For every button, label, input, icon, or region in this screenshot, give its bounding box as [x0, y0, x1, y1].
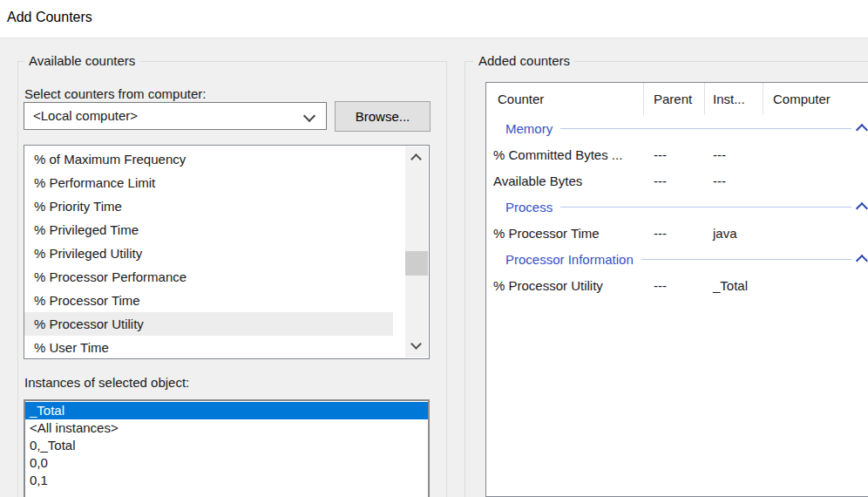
- table-row[interactable]: % Committed Bytes ... --- ---: [486, 141, 868, 167]
- counters-listbox[interactable]: % of Maximum Frequency % Performance Lim…: [24, 145, 430, 359]
- cell-parent: ---: [644, 278, 705, 293]
- instance-list-item[interactable]: 0,_Total: [25, 437, 428, 454]
- counter-list-item[interactable]: % User Time: [24, 336, 393, 359]
- cell-instance: java: [705, 226, 763, 241]
- scroll-down-icon: [410, 338, 422, 350]
- counter-list-item[interactable]: % Priority Time: [24, 194, 393, 218]
- counter-list-item[interactable]: % Privileged Time: [24, 218, 393, 242]
- counters-listbox-items: % of Maximum Frequency % Performance Lim…: [24, 147, 404, 359]
- cell-parent: ---: [644, 226, 705, 241]
- cell-instance: ---: [705, 147, 763, 162]
- computer-combobox-value: <Local computer>: [33, 108, 138, 123]
- cell-parent: ---: [644, 174, 705, 188]
- counter-list-item[interactable]: % of Maximum Frequency: [24, 147, 393, 171]
- group-rule-line: [560, 128, 851, 129]
- computer-combobox[interactable]: <Local computer>: [24, 102, 327, 130]
- instance-list-item[interactable]: <All instances>: [25, 419, 428, 437]
- cell-instance: _Total: [705, 278, 763, 293]
- add-counters-dialog: Add Counters Available counters Select c…: [0, 0, 868, 497]
- group-rule-line: [560, 207, 851, 208]
- group-rule-line: [641, 259, 851, 260]
- counter-list-item[interactable]: % Performance Limit: [24, 171, 393, 194]
- select-computer-label: Select counters from computer:: [24, 86, 206, 101]
- counter-list-item-highlighted[interactable]: % Processor Utility: [24, 312, 393, 336]
- counter-list-item[interactable]: % Processor Time: [24, 289, 393, 312]
- instance-list-item-selected[interactable]: _Total: [25, 402, 428, 419]
- titlebar: Add Counters: [0, 0, 868, 37]
- cell-instance: ---: [705, 174, 763, 188]
- scroll-up-icon: [410, 153, 422, 165]
- instances-listbox[interactable]: _Total <All instances> 0,_Total 0,0 0,1: [24, 399, 430, 497]
- group-name: Process: [505, 200, 553, 214]
- browse-button[interactable]: Browse...: [335, 101, 431, 132]
- counter-list-item[interactable]: % Privileged Utility: [24, 242, 393, 265]
- cell-counter: % Processor Time: [486, 226, 644, 241]
- added-counters-group-label: Added counters: [474, 53, 574, 68]
- added-counters-table: Counter Parent Inst... Computer Memory %…: [485, 82, 868, 497]
- group-name: Memory: [505, 121, 553, 136]
- column-header-computer[interactable]: Computer: [763, 83, 868, 115]
- group-row-process: Process: [486, 194, 868, 220]
- available-counters-group-label: Available counters: [24, 53, 139, 68]
- cell-counter: Available Bytes: [486, 174, 644, 188]
- counters-scrollbar[interactable]: [405, 146, 428, 357]
- table-row[interactable]: % Processor Utility --- _Total: [486, 272, 868, 298]
- instance-list-item[interactable]: 0,1: [25, 472, 428, 489]
- table-row[interactable]: % Processor Time --- java: [486, 220, 868, 246]
- column-header-counter[interactable]: Counter: [486, 83, 644, 115]
- table-header: Counter Parent Inst... Computer: [486, 83, 868, 115]
- scrollbar-thumb[interactable]: [405, 251, 428, 276]
- collapse-chevron-icon[interactable]: [856, 202, 868, 214]
- collapse-chevron-icon[interactable]: [856, 124, 868, 136]
- instance-list-item[interactable]: 0,0: [25, 454, 428, 472]
- cell-counter: % Processor Utility: [486, 278, 644, 293]
- collapse-chevron-icon[interactable]: [856, 255, 868, 267]
- cell-counter: % Committed Bytes ...: [486, 147, 644, 162]
- counter-list-item[interactable]: % Processor Performance: [24, 265, 393, 289]
- column-header-parent[interactable]: Parent: [644, 83, 705, 115]
- instances-label: Instances of selected object:: [24, 375, 189, 390]
- scroll-up-button[interactable]: [405, 146, 428, 169]
- column-header-instance[interactable]: Inst...: [705, 83, 763, 115]
- dialog-title: Add Counters: [7, 10, 92, 25]
- group-name: Processor Information: [505, 252, 634, 267]
- group-row-memory: Memory: [486, 115, 868, 141]
- chevron-down-icon[interactable]: [303, 110, 315, 122]
- group-row-processor-information: Processor Information: [486, 246, 868, 272]
- scroll-down-button[interactable]: [405, 335, 428, 357]
- cell-parent: ---: [644, 147, 705, 162]
- table-row[interactable]: Available Bytes --- ---: [486, 167, 868, 194]
